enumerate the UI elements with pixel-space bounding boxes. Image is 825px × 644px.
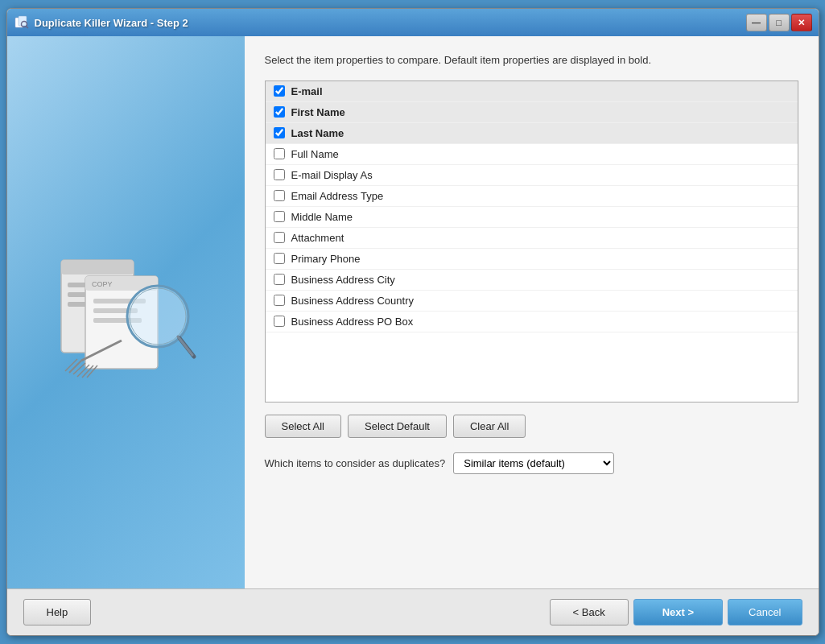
svg-line-25: [178, 336, 192, 355]
duplicate-label: Which items to consider as duplicates?: [265, 457, 446, 469]
checkbox-business_address_po_box[interactable]: [274, 316, 285, 327]
svg-line-21: [65, 359, 77, 371]
checkbox-label-primary_phone: Primary Phone: [291, 253, 361, 265]
svg-line-3: [26, 27, 28, 29]
checkbox-email_address_type[interactable]: [274, 190, 285, 201]
list-item[interactable]: First Name: [266, 102, 798, 123]
title-bar: Duplicate Killer Wizard - Step 2 — □ ✕: [7, 9, 819, 36]
main-content: COPY Select the item proper: [7, 36, 819, 588]
list-item[interactable]: Business Address Country: [266, 291, 798, 312]
list-item[interactable]: Primary Phone: [266, 249, 798, 270]
list-item[interactable]: Attachment: [266, 228, 798, 249]
bottom-bar: Help < Back Next > Cancel: [7, 588, 819, 635]
checkbox-label-business_address_po_box: Business Address PO Box: [291, 316, 414, 328]
nav-buttons: < Back Next > Cancel: [550, 599, 802, 625]
select-all-button[interactable]: Select All: [265, 415, 341, 438]
checkbox-first_name[interactable]: [274, 106, 285, 118]
right-panel: Select the item properties to compare. D…: [245, 36, 819, 588]
checkbox-primary_phone[interactable]: [274, 253, 285, 264]
duplicate-row: Which items to consider as duplicates? S…: [265, 452, 798, 474]
minimize-button[interactable]: —: [746, 14, 767, 31]
close-button[interactable]: ✕: [791, 14, 812, 31]
svg-line-17: [73, 363, 85, 374]
duplicate-select[interactable]: Similar items (default)Identical items: [453, 452, 614, 474]
list-item[interactable]: Business Address PO Box: [266, 312, 798, 332]
checkbox-label-attachment: Attachment: [291, 232, 344, 244]
checkbox-label-email_address_type: Email Address Type: [291, 190, 384, 202]
svg-rect-5: [61, 260, 134, 275]
help-button[interactable]: Help: [23, 599, 92, 625]
description-text: Select the item properties to compare. D…: [265, 52, 798, 68]
cancel-button[interactable]: Cancel: [728, 599, 802, 625]
checkbox-list: E-mailFirst NameLast NameFull NameE-mail…: [266, 81, 798, 402]
svg-text:COPY: COPY: [92, 280, 113, 288]
checkbox-label-middle_name: Middle Name: [291, 211, 353, 223]
app-icon: [14, 14, 30, 31]
list-item[interactable]: Full Name: [266, 144, 798, 165]
window-title: Duplicate Killer Wizard - Step 2: [35, 17, 746, 29]
checkbox-email[interactable]: [274, 85, 285, 97]
svg-rect-1: [19, 16, 27, 26]
checkbox-label-first_name: First Name: [291, 106, 345, 118]
list-item[interactable]: E-mail Display As: [266, 165, 798, 186]
svg-line-18: [77, 365, 89, 377]
checkbox-last_name[interactable]: [274, 127, 285, 138]
list-item[interactable]: Middle Name: [266, 207, 798, 228]
checkbox-label-business_address_country: Business Address Country: [291, 295, 414, 307]
checkbox-label-business_address_city: Business Address City: [291, 274, 395, 286]
checkbox-email_display_as[interactable]: [274, 169, 285, 180]
checkbox-label-email: E-mail: [291, 85, 323, 97]
maximize-button[interactable]: □: [769, 14, 790, 31]
checkbox-label-last_name: Last Name: [291, 127, 344, 139]
checkbox-label-full_name: Full Name: [291, 148, 339, 160]
checkbox-middle_name[interactable]: [274, 211, 285, 222]
select-default-button[interactable]: Select Default: [348, 415, 447, 438]
main-window: Duplicate Killer Wizard - Step 2 — □ ✕ C…: [6, 8, 819, 636]
list-item[interactable]: Email Address Type: [266, 186, 798, 207]
title-bar-controls: — □ ✕: [746, 14, 812, 31]
checkbox-business_address_city[interactable]: [274, 274, 285, 285]
back-button[interactable]: < Back: [550, 599, 629, 625]
checkbox-list-container: E-mailFirst NameLast NameFull NameE-mail…: [265, 80, 798, 402]
svg-line-16: [69, 361, 81, 373]
left-panel: COPY: [7, 36, 245, 588]
checkbox-attachment[interactable]: [274, 232, 285, 243]
clear-all-button[interactable]: Clear All: [453, 415, 526, 438]
list-item[interactable]: Business Address City: [266, 270, 798, 291]
list-item[interactable]: E-mail: [266, 81, 798, 102]
buttons-row: Select All Select Default Clear All: [265, 415, 798, 438]
checkbox-full_name[interactable]: [274, 148, 285, 159]
next-button[interactable]: Next >: [633, 599, 723, 625]
illustration: COPY: [45, 236, 206, 389]
checkbox-label-email_display_as: E-mail Display As: [291, 169, 373, 181]
checkbox-business_address_country[interactable]: [274, 295, 285, 306]
list-item[interactable]: Last Name: [266, 123, 798, 144]
